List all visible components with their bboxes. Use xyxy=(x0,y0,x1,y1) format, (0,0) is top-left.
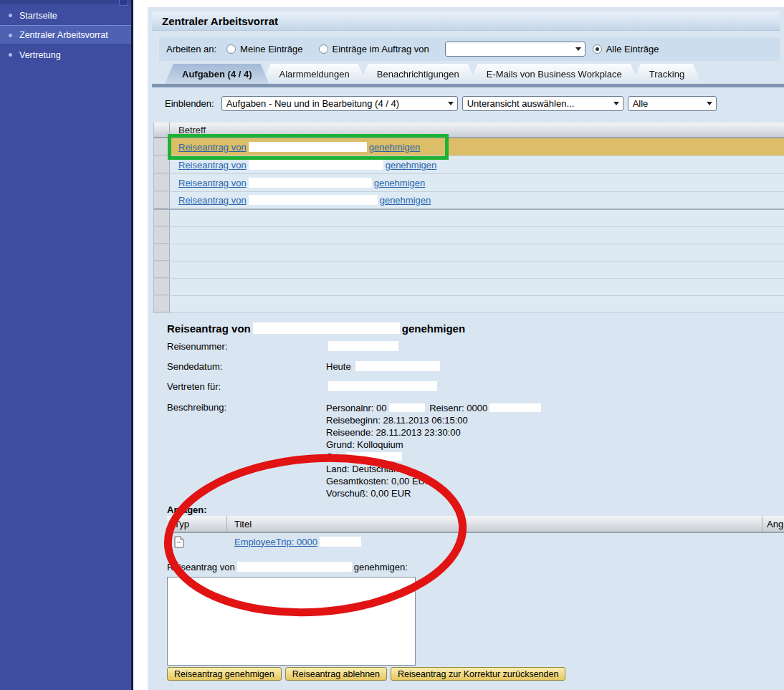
table-row[interactable]: Reiseantrag vongenehmigen xyxy=(154,174,784,192)
radio-alle-einträge[interactable] xyxy=(593,44,602,54)
field-label: Vertreten für: xyxy=(167,381,221,392)
tab-label: Alarmmeldungen xyxy=(279,69,350,80)
chevron-down-icon xyxy=(575,47,581,51)
table-row[interactable]: Reiseantrag vongenehmigen xyxy=(154,138,784,156)
radio-einträge-im-auftrag-von[interactable] xyxy=(319,44,328,54)
redacted-text xyxy=(346,452,402,461)
comment-label: Reiseantrag vongenehmigen: xyxy=(167,562,408,572)
reiseantrag-ablehnen-button[interactable]: Reiseantrag ablehnen xyxy=(285,667,387,681)
text-segment: genehmigen xyxy=(380,195,431,206)
row-cell: Reiseantrag vongenehmigen xyxy=(170,156,784,173)
detail-field-sendedatum: Sendedatum:Heute xyxy=(167,361,611,381)
text-segment: Reisenr: 0000 xyxy=(427,403,488,413)
description-line: Gesamtkosten: 0,00 EUR xyxy=(326,475,611,487)
row-cell: Reiseantrag vongenehmigen xyxy=(170,174,784,191)
description-line: Reisebeginn: 28.11.2013 06:15:00 xyxy=(326,414,611,426)
column-header-ang: Ang xyxy=(763,516,784,532)
row-selector[interactable] xyxy=(154,244,170,261)
tab-label: E-Mails von Business Workplace xyxy=(487,69,622,80)
row-selector[interactable] xyxy=(154,174,170,191)
tab-label: Benachrichtigungen xyxy=(377,69,459,80)
redacted-name xyxy=(237,562,352,572)
sidebar-collapse-icon[interactable] xyxy=(119,0,128,6)
redacted-text xyxy=(355,361,440,371)
workon-label: Arbeiten an: xyxy=(166,44,216,54)
radio-meine-einträge[interactable] xyxy=(226,44,236,54)
tab-aufgaben-4-4[interactable]: Aufgaben (4 / 4) xyxy=(165,64,269,84)
einblenden-select-1[interactable]: Aufgaben - Neu und in Bearbeitung (4 / 4… xyxy=(221,96,458,111)
description-line: Grund: Kolloquium xyxy=(326,439,611,451)
row-selector[interactable] xyxy=(154,279,170,295)
einblenden-select-3[interactable]: Alle xyxy=(628,96,717,111)
radio-option-meine-einträge[interactable]: Meine Einträge xyxy=(226,44,302,54)
task-table: Betreff Reiseantrag vongenehmigenReisean… xyxy=(153,123,784,313)
redacted-text xyxy=(249,142,367,152)
redacted-text xyxy=(328,381,437,391)
detail-heading: Reiseantrag vongenehmigen xyxy=(167,322,465,335)
field-value xyxy=(326,341,401,352)
description-line: Personalnr: 00 Reisenr: 0000 xyxy=(326,402,611,414)
document-icon xyxy=(167,533,227,550)
row-selector[interactable] xyxy=(154,210,170,226)
sidebar-item-vertretung[interactable]: Vertretung xyxy=(0,45,131,64)
sidebar-top-strip xyxy=(0,0,131,4)
task-link[interactable]: Reiseantrag vongenehmigen xyxy=(178,142,420,153)
detail-fields: Reisenummer:Sendedatum:Heute Vertreten f… xyxy=(167,341,611,401)
detail-heading-prefix: Reiseantrag von xyxy=(167,322,251,335)
attachment-row: EmployeeTrip: 0000 xyxy=(167,533,784,550)
sidebar-item-label: Startseite xyxy=(19,11,57,21)
view-controls: Einblenden: Aufgaben - Neu und in Bearbe… xyxy=(165,95,721,112)
redacted-text xyxy=(489,403,541,412)
page: StartseiteZentraler ArbeitsvorratVertret… xyxy=(0,0,784,690)
row-selector[interactable] xyxy=(154,192,170,209)
tab-alarmmeldungen[interactable]: Alarmmeldungen xyxy=(262,64,367,84)
row-selector[interactable] xyxy=(154,296,170,312)
sidebar-item-zentraler-arbeitsvorrat[interactable]: Zentraler Arbeitsvorrat xyxy=(0,25,131,45)
row-cell: Reiseantrag vongenehmigen xyxy=(170,138,784,155)
row-selector[interactable] xyxy=(154,138,170,155)
detail-field-reisenummer: Reisenummer: xyxy=(167,341,611,361)
radio-option-einträge-im-auftrag-von[interactable]: Einträge im Auftrag von xyxy=(319,44,429,54)
field-value: Heute xyxy=(326,361,442,372)
redacted-text xyxy=(249,178,372,188)
row-cell xyxy=(170,279,784,295)
reiseantrag-zur-korrektur-zurücksenden-button[interactable]: Reiseantrag zur Korrektur zurücksenden xyxy=(391,667,565,681)
text-segment: Reiseantrag von xyxy=(178,160,247,171)
tab-tracking[interactable]: Tracking xyxy=(632,64,702,84)
text-segment: genehmigen xyxy=(374,178,426,188)
sidebar: StartseiteZentraler ArbeitsvorratVertret… xyxy=(0,0,133,690)
description-label: Beschreibung: xyxy=(167,402,226,413)
sidebar-item-startseite[interactable]: Startseite xyxy=(0,6,131,25)
tab-strip: Aufgaben (4 / 4)AlarmmeldungenBenachrich… xyxy=(165,64,694,84)
task-link[interactable]: Reiseantrag vongenehmigen xyxy=(178,178,425,188)
redacted-text xyxy=(249,160,383,170)
task-link[interactable]: Reiseantrag vongenehmigen xyxy=(178,160,436,171)
row-selector[interactable] xyxy=(154,227,170,244)
tab-e-mails-von-business-workplace[interactable]: E-Mails von Business Workplace xyxy=(469,64,639,84)
table-row-empty xyxy=(154,227,784,244)
row-selector[interactable] xyxy=(154,156,170,173)
comment-textarea[interactable] xyxy=(167,577,416,666)
detail-heading-suffix: genehmigen xyxy=(402,322,465,335)
behalf-select[interactable] xyxy=(445,42,585,57)
bullet-icon xyxy=(9,53,12,57)
text-segment: genehmigen xyxy=(386,160,437,171)
radio-option-alle-einträge[interactable]: Alle Einträge xyxy=(593,44,659,54)
text-segment: Ort: xyxy=(326,451,344,462)
row-cell xyxy=(170,262,784,278)
text-segment: Reiseantrag von xyxy=(178,142,247,153)
redacted-text xyxy=(389,403,425,412)
task-rows: Reiseantrag vongenehmigenReiseantrag von… xyxy=(154,138,784,313)
select-value: Aufgaben - Neu und in Bearbeitung (4 / 4… xyxy=(226,98,399,109)
einblenden-select-2[interactable]: Unteransicht auswählen... xyxy=(462,96,623,111)
reiseantrag-genehmigen-button[interactable]: Reiseantrag genehmigen xyxy=(167,667,282,681)
table-row-empty xyxy=(154,210,784,227)
table-row-empty xyxy=(154,296,784,313)
table-row[interactable]: Reiseantrag vongenehmigen xyxy=(154,156,784,174)
row-selector[interactable] xyxy=(154,262,170,278)
task-link[interactable]: Reiseantrag vongenehmigen xyxy=(178,195,431,206)
comment-label-suffix: genehmigen: xyxy=(354,562,408,572)
table-row[interactable]: Reiseantrag vongenehmigen xyxy=(154,192,784,210)
tab-benachrichtigungen[interactable]: Benachrichtigungen xyxy=(360,64,477,84)
attachment-link[interactable]: EmployeeTrip: 0000 xyxy=(234,537,363,547)
